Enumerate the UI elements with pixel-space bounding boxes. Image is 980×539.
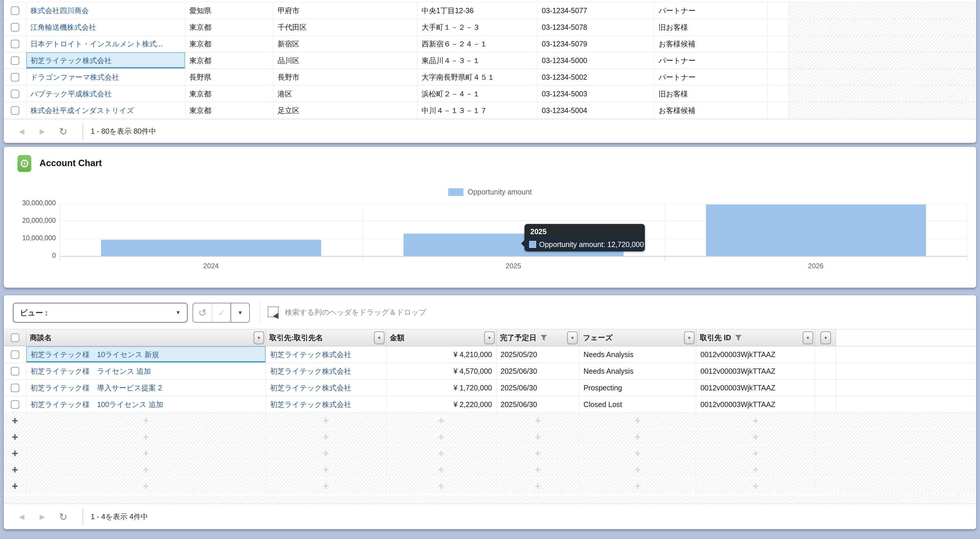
row-checkbox[interactable] — [11, 6, 19, 15]
axis-tick — [967, 257, 967, 260]
next-page-button[interactable]: ▶ — [40, 127, 45, 135]
row-checkbox[interactable] — [11, 56, 19, 65]
opportunity-name-link[interactable]: 初芝ライテック様 導入サービス提案 2 — [30, 383, 162, 393]
account-name-link[interactable]: 株式会社平成インダストリイズ — [30, 106, 134, 115]
add-cell-icon[interactable]: + — [438, 480, 444, 492]
column-header-phase[interactable]: フェーズ ▼ — [579, 329, 696, 346]
add-cell-icon[interactable]: + — [535, 415, 541, 427]
add-cell-icon[interactable]: + — [635, 447, 641, 460]
selected-cell[interactable]: 初芝ライテック様 10ライセンス 新規 — [26, 346, 266, 363]
add-cell-icon[interactable]: + — [752, 464, 759, 476]
account-link[interactable]: 初芝ライテック株式会社 — [270, 366, 351, 376]
add-row-button[interactable]: + — [12, 480, 18, 492]
opportunity-name-link[interactable]: 初芝ライテック様 ライセンス 追加 — [30, 366, 151, 376]
row-checkbox[interactable] — [11, 367, 19, 376]
account-name-link[interactable]: 江角輸送機株式会社 — [30, 22, 96, 32]
add-cell-icon[interactable]: + — [143, 464, 149, 476]
row-checkbox[interactable] — [11, 90, 19, 98]
add-cell-icon[interactable]: + — [438, 431, 444, 443]
bar-2024[interactable] — [101, 240, 321, 256]
add-cell-icon[interactable]: + — [143, 431, 149, 443]
add-cell-icon[interactable]: + — [143, 415, 149, 427]
account-link[interactable]: 初芝ライテック株式会社 — [270, 400, 351, 409]
selected-cell[interactable]: 初芝ライテック株式会社 — [26, 52, 185, 69]
row-checkbox[interactable] — [11, 23, 19, 32]
account-link[interactable]: 初芝ライテック株式会社 — [270, 350, 351, 360]
row-checkbox[interactable] — [11, 73, 19, 81]
add-cell-icon[interactable]: + — [438, 415, 444, 427]
add-cell-icon[interactable]: + — [143, 480, 149, 492]
address-cell: 中川４－１３－１７ — [418, 102, 538, 119]
column-menu-button[interactable]: ▼ — [254, 331, 264, 344]
close-date-cell: 2025/05/20 — [496, 346, 579, 363]
more-actions-button[interactable]: ▼ — [231, 303, 249, 322]
add-cell-icon[interactable]: + — [635, 415, 641, 427]
add-cell-icon[interactable]: + — [323, 415, 329, 427]
add-cell-icon[interactable]: + — [323, 480, 329, 492]
add-cell-icon[interactable]: + — [752, 415, 759, 427]
add-row-button[interactable]: + — [12, 464, 18, 476]
row-empty-area — [836, 380, 976, 396]
add-cell-icon[interactable]: + — [323, 464, 329, 476]
column-header-amount[interactable]: 金額 ▼ — [386, 329, 496, 346]
column-menu-button[interactable]: ▼ — [567, 331, 578, 344]
row-checkbox[interactable] — [11, 40, 19, 48]
view-select-dropdown[interactable]: ビュー : ▼ — [13, 303, 188, 323]
account-name-link: 初芝ライテック株式会社 — [30, 56, 111, 65]
opportunity-name-link[interactable]: 初芝ライテック様 100ライセンス 追加 — [30, 400, 163, 409]
add-cell-icon[interactable]: + — [535, 464, 541, 476]
add-cell-icon[interactable]: + — [535, 431, 541, 443]
account-name-link[interactable]: ドラゴンファーマ株式会社 — [30, 73, 119, 82]
add-cell-icon[interactable]: + — [323, 447, 329, 460]
add-cell-icon[interactable]: + — [752, 480, 759, 492]
add-cell-icon[interactable]: + — [143, 447, 149, 460]
add-cell-icon[interactable]: + — [535, 447, 541, 460]
opportunities-header-row: 商談名 ▼ 取引先:取引先名 ▼ 金額 ▼ 完了予定日 ▼ フェーズ ▼ — [4, 329, 976, 346]
prev-page-button[interactable]: ◀ — [19, 127, 24, 135]
next-page-button[interactable]: ▶ — [40, 513, 45, 521]
row-checkbox[interactable] — [11, 400, 19, 409]
account-name-link[interactable]: 株式会社四川商会 — [30, 6, 89, 16]
refresh-icon[interactable]: ↻ — [59, 125, 67, 137]
prefecture-cell: 東京都 — [185, 52, 274, 69]
column-header-name[interactable]: 商談名 ▼ — [26, 329, 266, 346]
bar-2026[interactable] — [706, 205, 926, 256]
add-cell-icon[interactable]: + — [323, 431, 329, 443]
add-cell-icon[interactable]: + — [752, 431, 759, 443]
prev-page-button[interactable]: ◀ — [19, 513, 24, 521]
column-header-account-id[interactable]: 取引先 ID ▼ — [696, 329, 815, 346]
column-header-account[interactable]: 取引先:取引先名 ▼ — [266, 329, 386, 346]
add-cell-icon[interactable]: + — [438, 447, 444, 460]
chart-legend[interactable]: Opportunity amount — [4, 188, 976, 196]
add-cell-icon[interactable]: + — [635, 464, 641, 476]
column-header-extra[interactable]: ▼ — [815, 329, 836, 346]
add-cell-icon[interactable]: + — [752, 447, 759, 460]
add-row-button[interactable]: + — [12, 415, 18, 427]
account-name-link[interactable]: バブテック平成株式会社 — [30, 89, 111, 99]
account-link[interactable]: 初芝ライテック株式会社 — [270, 383, 351, 393]
column-menu-button[interactable]: ▼ — [684, 331, 695, 344]
row-checkbox[interactable] — [11, 106, 19, 115]
x-axis-line — [60, 256, 967, 257]
add-cell-icon[interactable]: + — [635, 480, 641, 492]
add-row-button[interactable]: + — [12, 431, 18, 443]
add-row-button[interactable]: + — [12, 447, 18, 460]
account-name-link[interactable]: 日本デトロイト・インスルメント株式... — [30, 39, 163, 49]
undo-button[interactable]: ↺ — [193, 303, 212, 322]
opportunities-table: 初芝ライテック様 10ライセンス 新規 初芝ライテック株式会社 ¥ 4,210,… — [4, 346, 976, 413]
select-all-checkbox[interactable] — [11, 333, 19, 342]
hatched-area — [789, 102, 976, 119]
column-menu-button[interactable]: ▼ — [484, 331, 495, 344]
column-menu-button[interactable]: ▼ — [821, 331, 831, 344]
filter-funnel-icon — [540, 334, 547, 342]
add-cell-icon[interactable]: + — [635, 431, 641, 443]
confirm-button[interactable]: ✓ — [212, 303, 231, 322]
row-checkbox[interactable] — [11, 350, 19, 359]
column-header-close-date[interactable]: 完了予定日 ▼ — [496, 329, 579, 346]
row-checkbox[interactable] — [11, 384, 19, 392]
add-cell-icon[interactable]: + — [535, 480, 541, 492]
column-menu-button[interactable]: ▼ — [374, 331, 385, 344]
add-cell-icon[interactable]: + — [438, 464, 444, 476]
column-menu-button[interactable]: ▼ — [803, 331, 813, 344]
refresh-icon[interactable]: ↻ — [59, 511, 67, 523]
